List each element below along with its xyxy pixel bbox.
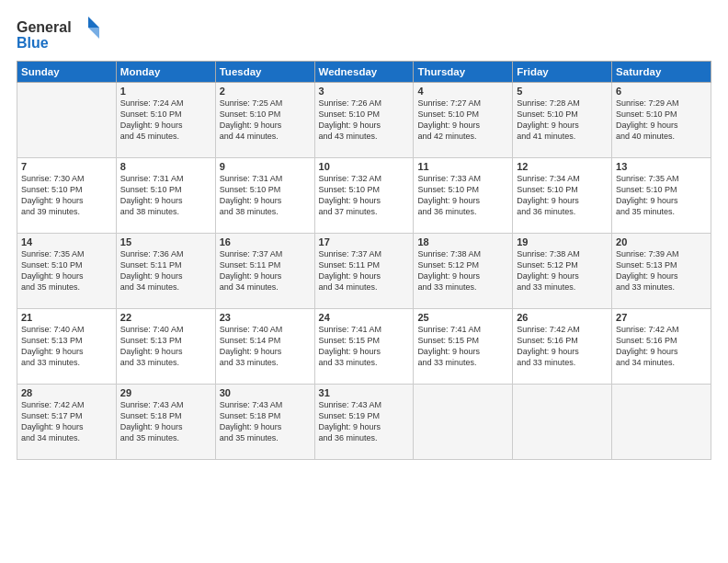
calendar-table: SundayMondayTuesdayWednesdayThursdayFrid…	[17, 61, 711, 460]
cell-sun-info: Sunrise: 7:40 AM Sunset: 5:13 PM Dayligh…	[120, 324, 211, 369]
day-number: 11	[417, 161, 508, 172]
calendar-cell: 28Sunrise: 7:42 AM Sunset: 5:17 PM Dayli…	[17, 385, 117, 460]
header: General Blue	[17, 17, 711, 52]
calendar-cell: 4Sunrise: 7:27 AM Sunset: 5:10 PM Daylig…	[414, 83, 513, 158]
day-number: 12	[517, 161, 608, 172]
calendar-cell: 31Sunrise: 7:43 AM Sunset: 5:19 PM Dayli…	[314, 385, 414, 460]
calendar-cell: 11Sunrise: 7:33 AM Sunset: 5:10 PM Dayli…	[414, 158, 513, 234]
svg-marker-1	[88, 17, 99, 28]
calendar-cell: 22Sunrise: 7:40 AM Sunset: 5:13 PM Dayli…	[116, 309, 215, 385]
logo: General Blue	[17, 17, 99, 52]
calendar-cell: 20Sunrise: 7:39 AM Sunset: 5:13 PM Dayli…	[612, 234, 711, 309]
calendar-cell: 1Sunrise: 7:24 AM Sunset: 5:10 PM Daylig…	[116, 83, 215, 158]
calendar-cell: 15Sunrise: 7:36 AM Sunset: 5:11 PM Dayli…	[116, 234, 215, 309]
calendar-cell: 16Sunrise: 7:37 AM Sunset: 5:11 PM Dayli…	[215, 234, 314, 309]
calendar-cell: 3Sunrise: 7:26 AM Sunset: 5:10 PM Daylig…	[314, 83, 414, 158]
day-number: 18	[417, 236, 508, 247]
cell-sun-info: Sunrise: 7:35 AM Sunset: 5:10 PM Dayligh…	[616, 173, 707, 218]
calendar-cell: 23Sunrise: 7:40 AM Sunset: 5:14 PM Dayli…	[215, 309, 314, 385]
cell-sun-info: Sunrise: 7:42 AM Sunset: 5:16 PM Dayligh…	[517, 324, 608, 369]
cell-sun-info: Sunrise: 7:26 AM Sunset: 5:10 PM Dayligh…	[319, 98, 410, 143]
calendar-cell	[612, 385, 711, 460]
svg-text:Blue: Blue	[17, 35, 49, 51]
day-number: 21	[21, 312, 112, 323]
day-number: 22	[120, 312, 211, 323]
day-number: 2	[220, 86, 311, 97]
cell-sun-info: Sunrise: 7:27 AM Sunset: 5:10 PM Dayligh…	[417, 98, 508, 143]
day-number: 3	[319, 86, 410, 97]
calendar-cell: 21Sunrise: 7:40 AM Sunset: 5:13 PM Dayli…	[17, 309, 117, 385]
cell-sun-info: Sunrise: 7:38 AM Sunset: 5:12 PM Dayligh…	[417, 248, 508, 293]
cell-sun-info: Sunrise: 7:35 AM Sunset: 5:10 PM Dayligh…	[21, 248, 112, 293]
calendar-cell: 17Sunrise: 7:37 AM Sunset: 5:11 PM Dayli…	[314, 234, 414, 309]
calendar-cell: 18Sunrise: 7:38 AM Sunset: 5:12 PM Dayli…	[414, 234, 513, 309]
weekday-header: Friday	[513, 62, 612, 83]
calendar-cell: 2Sunrise: 7:25 AM Sunset: 5:10 PM Daylig…	[215, 83, 314, 158]
calendar-cell: 6Sunrise: 7:29 AM Sunset: 5:10 PM Daylig…	[612, 83, 711, 158]
day-number: 23	[220, 312, 311, 323]
calendar-cell: 9Sunrise: 7:31 AM Sunset: 5:10 PM Daylig…	[215, 158, 314, 234]
calendar-cell: 5Sunrise: 7:28 AM Sunset: 5:10 PM Daylig…	[513, 83, 612, 158]
day-number: 6	[616, 86, 707, 97]
cell-sun-info: Sunrise: 7:36 AM Sunset: 5:11 PM Dayligh…	[120, 248, 211, 293]
day-number: 7	[21, 161, 112, 172]
cell-sun-info: Sunrise: 7:31 AM Sunset: 5:10 PM Dayligh…	[220, 173, 311, 218]
calendar-cell	[414, 385, 513, 460]
day-number: 27	[616, 312, 707, 323]
day-number: 28	[21, 387, 112, 398]
weekday-header: Monday	[116, 62, 215, 83]
svg-text:General: General	[17, 19, 72, 35]
calendar-cell: 12Sunrise: 7:34 AM Sunset: 5:10 PM Dayli…	[513, 158, 612, 234]
day-number: 9	[220, 161, 311, 172]
calendar-cell	[513, 385, 612, 460]
day-number: 19	[517, 236, 608, 247]
weekday-header: Sunday	[17, 62, 117, 83]
day-number: 1	[120, 86, 211, 97]
cell-sun-info: Sunrise: 7:24 AM Sunset: 5:10 PM Dayligh…	[120, 98, 211, 143]
calendar-cell: 10Sunrise: 7:32 AM Sunset: 5:10 PM Dayli…	[314, 158, 414, 234]
cell-sun-info: Sunrise: 7:43 AM Sunset: 5:19 PM Dayligh…	[319, 399, 410, 444]
day-number: 30	[220, 387, 311, 398]
weekday-header: Tuesday	[215, 62, 314, 83]
cell-sun-info: Sunrise: 7:42 AM Sunset: 5:17 PM Dayligh…	[21, 399, 112, 444]
day-number: 31	[319, 387, 410, 398]
day-number: 29	[120, 387, 211, 398]
calendar-cell: 27Sunrise: 7:42 AM Sunset: 5:16 PM Dayli…	[612, 309, 711, 385]
weekday-header: Thursday	[414, 62, 513, 83]
cell-sun-info: Sunrise: 7:42 AM Sunset: 5:16 PM Dayligh…	[616, 324, 707, 369]
cell-sun-info: Sunrise: 7:30 AM Sunset: 5:10 PM Dayligh…	[21, 173, 112, 218]
day-number: 13	[616, 161, 707, 172]
day-number: 16	[220, 236, 311, 247]
cell-sun-info: Sunrise: 7:37 AM Sunset: 5:11 PM Dayligh…	[220, 248, 311, 293]
cell-sun-info: Sunrise: 7:39 AM Sunset: 5:13 PM Dayligh…	[616, 248, 707, 293]
calendar-cell: 19Sunrise: 7:38 AM Sunset: 5:12 PM Dayli…	[513, 234, 612, 309]
page: General Blue SundayMondayTuesdayWednesda…	[0, 0, 728, 563]
day-number: 26	[517, 312, 608, 323]
calendar-cell: 24Sunrise: 7:41 AM Sunset: 5:15 PM Dayli…	[314, 309, 414, 385]
cell-sun-info: Sunrise: 7:41 AM Sunset: 5:15 PM Dayligh…	[319, 324, 410, 369]
cell-sun-info: Sunrise: 7:29 AM Sunset: 5:10 PM Dayligh…	[616, 98, 707, 143]
calendar-cell: 25Sunrise: 7:41 AM Sunset: 5:15 PM Dayli…	[414, 309, 513, 385]
cell-sun-info: Sunrise: 7:40 AM Sunset: 5:14 PM Dayligh…	[220, 324, 311, 369]
cell-sun-info: Sunrise: 7:33 AM Sunset: 5:10 PM Dayligh…	[417, 173, 508, 218]
cell-sun-info: Sunrise: 7:41 AM Sunset: 5:15 PM Dayligh…	[417, 324, 508, 369]
day-number: 20	[616, 236, 707, 247]
svg-marker-2	[88, 28, 99, 39]
cell-sun-info: Sunrise: 7:43 AM Sunset: 5:18 PM Dayligh…	[220, 399, 311, 444]
calendar-cell: 30Sunrise: 7:43 AM Sunset: 5:18 PM Dayli…	[215, 385, 314, 460]
day-number: 15	[120, 236, 211, 247]
calendar-cell: 26Sunrise: 7:42 AM Sunset: 5:16 PM Dayli…	[513, 309, 612, 385]
day-number: 4	[417, 86, 508, 97]
day-number: 25	[417, 312, 508, 323]
day-number: 17	[319, 236, 410, 247]
cell-sun-info: Sunrise: 7:38 AM Sunset: 5:12 PM Dayligh…	[517, 248, 608, 293]
day-number: 5	[517, 86, 608, 97]
calendar-cell: 29Sunrise: 7:43 AM Sunset: 5:18 PM Dayli…	[116, 385, 215, 460]
calendar-cell: 7Sunrise: 7:30 AM Sunset: 5:10 PM Daylig…	[17, 158, 117, 234]
cell-sun-info: Sunrise: 7:28 AM Sunset: 5:10 PM Dayligh…	[517, 98, 608, 143]
weekday-header: Saturday	[612, 62, 711, 83]
cell-sun-info: Sunrise: 7:25 AM Sunset: 5:10 PM Dayligh…	[220, 98, 311, 143]
cell-sun-info: Sunrise: 7:43 AM Sunset: 5:18 PM Dayligh…	[120, 399, 211, 444]
calendar-cell: 14Sunrise: 7:35 AM Sunset: 5:10 PM Dayli…	[17, 234, 117, 309]
calendar-cell	[17, 83, 117, 158]
